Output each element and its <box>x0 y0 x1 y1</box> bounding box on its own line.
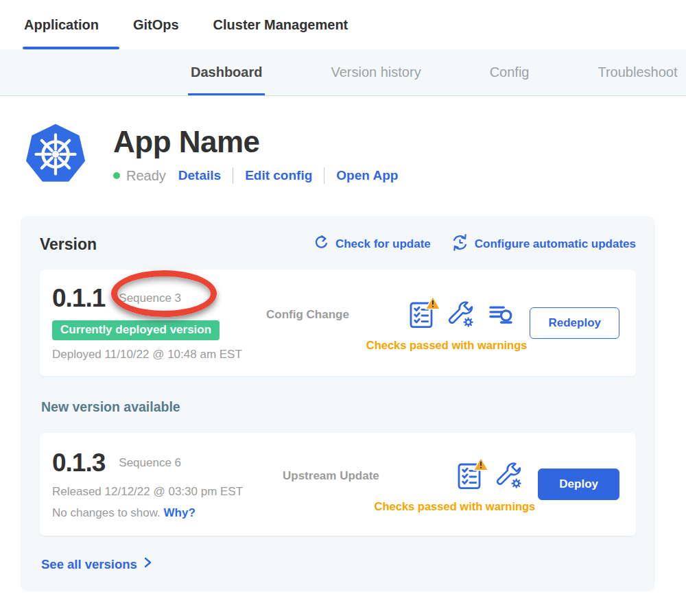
tab-gitops[interactable]: GitOps <box>133 0 179 49</box>
edit-config-link[interactable]: Edit config <box>245 168 312 183</box>
configure-automatic-updates-link[interactable]: Configure automatic updates <box>451 234 636 254</box>
check-for-update-label: Check for update <box>335 237 431 251</box>
version-panel: Version Check for update <box>21 216 655 591</box>
version-source-label: Config Change <box>266 308 349 322</box>
diff-icon[interactable] <box>487 301 514 329</box>
version-source-label: Upstream Update <box>283 469 379 483</box>
ready-status-dot <box>113 172 120 179</box>
checks-status-link[interactable]: Checks passed with warnings <box>283 500 538 513</box>
config-wrench-icon[interactable] <box>495 462 523 490</box>
auto-update-icon <box>451 234 469 254</box>
available-version-card: 0.1.3 Sequence 6 Released 12/12/22 @ 03:… <box>40 433 636 536</box>
currently-deployed-badge: Currently deployed version <box>52 320 220 340</box>
tab-application[interactable]: Application <box>24 0 99 49</box>
deployed-timestamp: Deployed 11/10/22 @ 10:48 am EST <box>52 348 266 362</box>
deploy-button[interactable]: Deploy <box>538 469 619 500</box>
available-version-sequence: Sequence 6 <box>119 456 181 470</box>
chevron-right-icon <box>142 556 153 572</box>
tab-version-history[interactable]: Version history <box>331 49 421 95</box>
app-status-label: Ready <box>126 168 166 184</box>
check-for-update-link[interactable]: Check for update <box>314 235 431 254</box>
version-panel-title: Version <box>40 235 97 254</box>
warning-triangle-icon <box>425 296 441 310</box>
config-wrench-icon[interactable] <box>447 301 475 329</box>
tab-cluster-management[interactable]: Cluster Management <box>213 0 348 49</box>
checks-status-link[interactable]: Checks passed with warnings <box>266 339 530 352</box>
see-all-versions-link[interactable]: See all versions <box>41 556 636 572</box>
divider <box>233 167 233 184</box>
app-header: App Name Ready Details Edit config Open … <box>0 122 686 185</box>
primary-nav: Application GitOps Cluster Management <box>0 0 686 49</box>
details-link[interactable]: Details <box>178 168 221 183</box>
see-all-versions-label: See all versions <box>41 557 137 572</box>
current-version-sequence: Sequence 3 <box>119 292 181 305</box>
tab-dashboard[interactable]: Dashboard <box>191 49 262 95</box>
no-changes-line: No changes to show. Why? <box>52 506 283 520</box>
app-name: App Name <box>113 125 398 159</box>
refresh-icon <box>314 235 329 254</box>
tab-config[interactable]: Config <box>490 49 530 95</box>
open-app-link[interactable]: Open App <box>336 168 398 183</box>
released-timestamp: Released 12/12/22 @ 03:30 pm EST <box>52 485 283 499</box>
current-version-card: 0.1.1 Sequence 3 Currently deployed vers… <box>40 270 636 376</box>
tab-troubleshoot[interactable]: Troubleshoot <box>598 49 677 95</box>
new-version-heading: New version available <box>41 399 636 415</box>
available-version-number: 0.1.3 <box>52 449 105 477</box>
kubernetes-logo-icon <box>24 122 87 185</box>
current-version-number: 0.1.1 <box>52 284 105 313</box>
divider <box>324 167 324 184</box>
no-changes-text: No changes to show. <box>52 506 161 519</box>
configure-automatic-updates-label: Configure automatic updates <box>475 237 636 251</box>
why-link[interactable]: Why? <box>164 506 196 519</box>
redeploy-button[interactable]: Redeploy <box>530 307 619 339</box>
preflight-checks-icon[interactable] <box>407 300 435 330</box>
app-sub-nav: Dashboard Version history Config Trouble… <box>0 49 686 96</box>
preflight-checks-icon[interactable] <box>456 461 483 491</box>
warning-triangle-icon <box>473 457 489 471</box>
